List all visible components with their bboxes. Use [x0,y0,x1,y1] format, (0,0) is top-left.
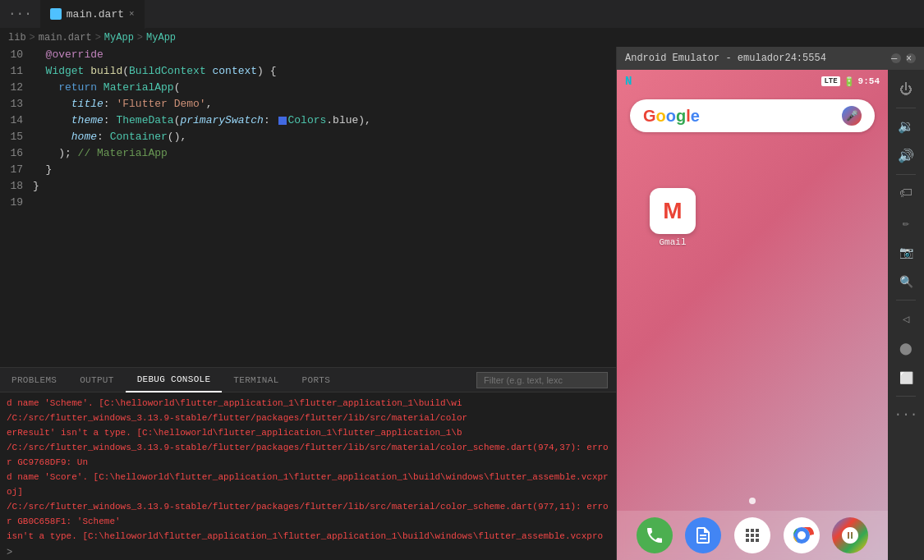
code-line-17: } [33,162,613,178]
volume-up-button[interactable]: 🔊 [893,143,919,169]
close-button[interactable]: × [906,53,916,63]
ctrl-separator [896,108,916,108]
breadcrumb: lib > main.dart > MyApp > MyApp [0,29,924,47]
minimize-button[interactable]: — [891,53,901,63]
breadcrumb-file: main.dart [39,32,92,44]
mic-button[interactable]: 🎤 [842,106,862,126]
tab-close-button[interactable]: × [129,9,135,19]
dock-chrome-app[interactable] [784,517,820,553]
ctrl-separator3 [896,300,916,301]
tab-problems[interactable]: PROBLEMS [0,368,68,392]
emulator-panel: Android Emulator - emulador24:5554 — × N… [616,47,924,560]
emulator-titlebar-left: Android Emulator - emulador24:5554 [625,53,826,64]
clock-display: 9:54 [858,76,880,86]
breadcrumb-class1: MyApp [104,32,134,44]
error-line: /C:/src/flutter_windows_3.13.9-stable/fl… [7,440,609,470]
emulator-controls: ⏻ 🔉 🔊 🏷 ✏️ 📷 🔍 ◁ ⬤ ⬜ ··· [888,70,924,560]
gmail-app[interactable]: M Gmail [650,188,696,247]
home-dot [749,498,756,504]
power-button[interactable]: ⏻ [893,76,919,103]
network-logo: N [625,75,632,88]
lte-indicator: LTE [821,76,839,86]
error-line: /C:/src/flutter_windows_3.13.9-stable/fl… [7,411,609,425]
phone-statusbar: N LTE 🔋 9:54 [617,70,888,93]
error-line: isn't a type. [C:\helloworld\flutter_app… [7,529,609,545]
ctrl-separator4 [896,396,916,397]
camera-button[interactable]: 📷 [893,239,919,265]
back-button[interactable]: ◁ [893,305,919,332]
code-line-18: } [33,178,613,195]
emulator-titlebar: Android Emulator - emulador24:5554 — × [617,47,924,70]
code-line-10: @override [33,47,613,63]
google-search-bar[interactable]: Google 🎤 [630,99,875,132]
code-line-15: home: Container(), [33,129,613,145]
ctrl-separator2 [896,174,916,175]
dock-phone-app[interactable] [637,517,673,553]
line-numbers: 10 11 12 13 14 15 16 17 18 19 [0,47,33,367]
debug-output: d name 'Scheme'. [C:\helloworld\flutter_… [0,392,616,545]
phone-dock [617,511,888,560]
main-area: 10 11 12 13 14 15 16 17 18 19 @override … [0,47,924,560]
panel-tabs: PROBLEMS OUTPUT DEBUG CONSOLE TERMINAL P… [0,368,616,392]
phone-content: M Gmail [617,139,888,511]
tab-filename: main.dart [67,8,124,21]
dart-file-icon [50,8,62,20]
screenshot-button[interactable]: ✏️ [893,209,919,236]
terminal-prompt: > [0,545,616,560]
volume-down-button[interactable]: 🔉 [893,113,919,140]
code-line-11: Widget build(BuildContext context) { [33,63,613,80]
tab-ports[interactable]: PORTS [291,368,342,392]
gmail-label: Gmail [659,237,686,247]
home-button[interactable]: ⬤ [893,335,919,361]
dock-docs-app[interactable] [685,517,721,553]
breadcrumb-sep3: > [137,32,143,44]
breadcrumb-lib: lib [8,32,26,44]
code-content[interactable]: @override Widget build(BuildContext cont… [33,47,616,367]
breadcrumb-class2: MyApp [146,32,176,44]
emulator-title: Android Emulator - emulador24:5554 [625,53,826,64]
code-editor: 10 11 12 13 14 15 16 17 18 19 @override … [0,47,616,560]
code-line-14: theme: ThemeData(primarySwatch: Colors.b… [33,112,613,129]
code-line-19 [33,195,613,211]
prompt-symbol: > [7,547,12,558]
code-line-12: return MaterialApp( [33,80,613,96]
tab-bar: ··· main.dart × [0,0,924,29]
emulator-body: N LTE 🔋 9:54 Google 🎤 [617,70,924,560]
code-area: 10 11 12 13 14 15 16 17 18 19 @override … [0,47,616,367]
tab-terminal[interactable]: TERMINAL [222,368,290,392]
gmail-letter: M [663,198,682,224]
error-line: /C:/src/flutter_windows_3.13.9-stable/fl… [7,499,609,529]
phone-screen: N LTE 🔋 9:54 Google 🎤 [617,70,888,560]
dock-lens-app[interactable] [832,517,868,553]
square-button[interactable]: ⬜ [893,365,919,391]
more-tabs-button[interactable]: ··· [0,7,40,21]
error-line: d name 'Scheme'. [C:\helloworld\flutter_… [7,396,609,411]
statusbar-left: N [625,75,632,88]
error-line: d name 'Score'. [C:\helloworld\flutter_a… [7,470,609,499]
error-line: erResult' isn't a type. [C:\helloworld\f… [7,425,609,440]
debug-filter-input[interactable] [476,372,608,388]
google-logo: Google [643,107,700,126]
tab-debug-console[interactable]: DEBUG CONSOLE [126,368,223,392]
zoom-button[interactable]: 🔍 [893,269,919,295]
code-line-16: ); // MaterialApp [33,145,613,162]
battery-icon: 🔋 [844,76,855,87]
svg-point-2 [798,531,806,539]
main-dart-tab[interactable]: main.dart × [40,0,145,29]
breadcrumb-sep1: > [30,32,35,44]
code-line-13: title: 'Flutter Demo', [33,96,613,112]
window-controls: — × [891,53,916,63]
tab-output[interactable]: OUTPUT [68,368,125,392]
rotate-button[interactable]: 🏷 [893,180,919,206]
bottom-panel: PROBLEMS OUTPUT DEBUG CONSOLE TERMINAL P… [0,367,616,560]
statusbar-right: LTE 🔋 9:54 [821,76,880,87]
breadcrumb-sep2: > [95,32,101,44]
more-button[interactable]: ··· [893,402,919,428]
gmail-icon: M [650,188,696,234]
dock-apps-button[interactable] [734,517,770,553]
